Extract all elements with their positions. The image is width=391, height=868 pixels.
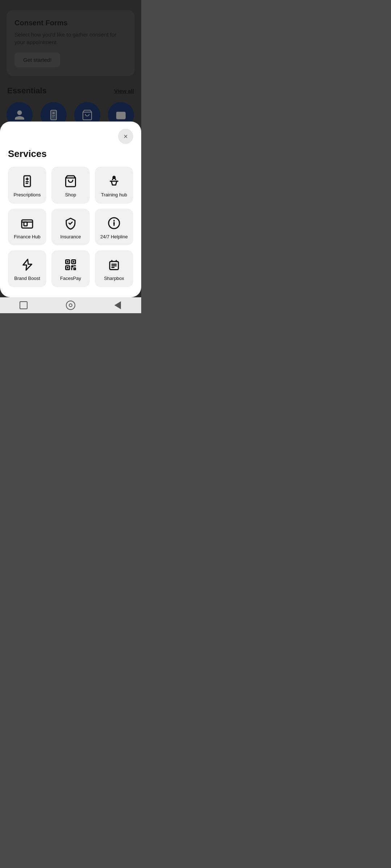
service-shop[interactable]: Shop (51, 167, 90, 204)
service-insurance[interactable]: Insurance (51, 209, 90, 246)
service-brand-boost[interactable]: Brand Boost (8, 250, 46, 287)
prescriptions-service-label: Prescriptions (13, 192, 41, 198)
nav-square-button[interactable] (18, 300, 29, 311)
services-grid: Prescriptions Shop (8, 167, 133, 287)
facespay-icon (63, 258, 78, 272)
square-icon (20, 301, 28, 309)
sharpbox-icon (107, 258, 121, 272)
service-facespay[interactable]: FacesPay (51, 250, 90, 287)
service-prescriptions[interactable]: Prescriptions (8, 167, 46, 204)
sharpbox-label: Sharpbox (104, 276, 124, 281)
service-helpline[interactable]: 24/7 Helpline (95, 209, 133, 246)
navigation-bar (0, 297, 141, 313)
insurance-label: Insurance (60, 234, 81, 240)
svg-rect-27 (67, 267, 69, 269)
svg-rect-17 (24, 222, 27, 226)
facespay-label: FacesPay (60, 276, 81, 281)
nav-back-button[interactable] (112, 300, 123, 311)
brand-boost-icon (20, 258, 34, 272)
training-hub-label: Training hub (101, 192, 127, 198)
service-sharpbox[interactable]: Sharpbox (95, 250, 133, 287)
modal-close-button[interactable]: × (118, 129, 133, 144)
shop-icon (63, 174, 78, 188)
modal-title: Services (8, 148, 133, 159)
prescriptions-icon (20, 174, 34, 188)
service-finance-hub[interactable]: Finance Hub (8, 209, 46, 246)
svg-rect-25 (67, 261, 69, 263)
finance-hub-icon (20, 216, 34, 230)
service-training-hub[interactable]: Training hub (95, 167, 133, 204)
finance-hub-label: Finance Hub (14, 234, 41, 240)
services-modal: × Services Prescriptions (0, 122, 141, 297)
back-icon (114, 301, 121, 309)
home-icon (66, 301, 75, 310)
shop-service-label: Shop (65, 192, 76, 198)
home-icon-inner (69, 303, 72, 307)
svg-rect-26 (73, 261, 75, 263)
insurance-icon (63, 216, 78, 230)
nav-home-button[interactable] (65, 300, 76, 311)
brand-boost-label: Brand Boost (14, 276, 40, 281)
training-hub-icon (107, 174, 121, 188)
helpline-icon (107, 216, 121, 230)
helpline-label: 24/7 Helpline (100, 234, 128, 240)
modal-close-row: × (8, 129, 133, 144)
